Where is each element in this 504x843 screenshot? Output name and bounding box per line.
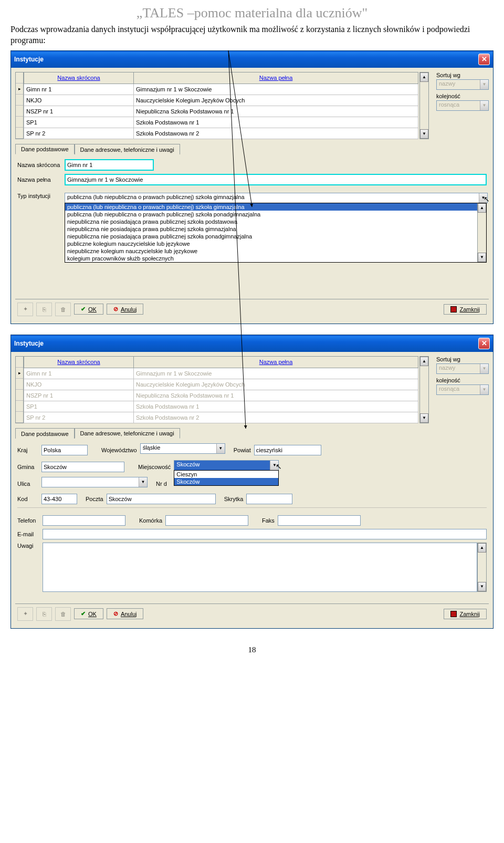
telefon-input[interactable]	[43, 515, 125, 526]
tab-address[interactable]: Dane adresowe, telefoniczne i uwagi	[75, 144, 180, 154]
new-icon: ✦	[17, 303, 33, 316]
uwagi-textarea[interactable]	[43, 543, 477, 592]
col-short[interactable]: Nazwa skrócona	[24, 356, 134, 368]
close-button[interactable]: Zamknij	[444, 609, 487, 619]
scroll-down-icon[interactable]: ▼	[478, 253, 486, 262]
table-row[interactable]: NKJONauczycielskie Kolegium Języków Obcy…	[24, 95, 418, 106]
list-item[interactable]: niepubliczna nie posiadająca prawa publi…	[65, 225, 478, 233]
cancel-icon: ⊘	[113, 306, 118, 313]
kraj-input[interactable]	[41, 445, 88, 455]
miej-combo[interactable]: Skoczów▼	[174, 460, 279, 471]
chevron-down-icon[interactable]: ▼	[479, 193, 487, 203]
table-row[interactable]: SP1Szkoła Podstawowa nr 1	[24, 401, 418, 412]
col-short[interactable]: Nazwa skrócona	[24, 72, 134, 84]
window-instytucje-1: Instytucje ✕ ▸ Nazwa skrócona Nazwa pełn…	[10, 50, 494, 324]
tab-basic[interactable]: Dane podstawowe	[15, 144, 75, 154]
list-item[interactable]: niepubliczna nie posiadająca prawa publi…	[65, 218, 478, 225]
list-item[interactable]: Skoczów	[174, 478, 278, 485]
copy-icon: ⎘	[36, 303, 52, 316]
scroll-down-icon[interactable]: ▼	[478, 582, 486, 591]
chevron-down-icon[interactable]: ▼	[480, 364, 488, 373]
label-nrd: Nr d	[156, 481, 167, 487]
scroll-down-icon[interactable]: ▼	[420, 413, 428, 423]
gmina-input[interactable]	[41, 462, 124, 472]
chevron-down-icon[interactable]: ▼	[480, 385, 488, 394]
close-icon[interactable]: ✕	[478, 54, 490, 65]
full-name-input[interactable]	[65, 174, 487, 185]
tab-basic[interactable]: Dane podstawowe	[15, 428, 75, 439]
table-row[interactable]: SP1Szkoła Podstawowa nr 1	[24, 117, 418, 128]
label-kod: Kod	[17, 496, 38, 502]
type-dropdown-list[interactable]: publiczna (lub niepubliczna o prawach pu…	[65, 203, 487, 263]
scroll-up-icon[interactable]: ▲	[478, 203, 486, 213]
table-row[interactable]: Gimn nr 1Gimnazjum nr 1 w Skoczowie	[24, 84, 418, 95]
order-label: kolejność	[436, 377, 489, 383]
sort-by-combo[interactable]: nazwy▼	[436, 79, 489, 90]
short-name-input[interactable]	[65, 159, 154, 171]
pow-input[interactable]	[254, 445, 321, 455]
label-faks: Faks	[262, 517, 275, 524]
chevron-down-icon[interactable]: ▼	[216, 444, 225, 453]
poczta-input[interactable]	[107, 494, 216, 504]
institutions-table[interactable]: Nazwa skrócona Nazwa pełna Gimn nr 1Gimn…	[24, 356, 418, 423]
miej-dropdown-list[interactable]: Cieszyn Skoczów	[174, 470, 279, 486]
order-label: kolejność	[436, 93, 489, 99]
list-item[interactable]: publiczna (lub niepubliczna o prawach pu…	[65, 203, 478, 211]
table-row[interactable]: NSZP nr 1Niepubliczna Szkoła Podstawowa …	[24, 390, 418, 401]
tab-address[interactable]: Dane adresowe, telefoniczne i uwagi	[75, 428, 180, 439]
faks-input[interactable]	[278, 515, 361, 526]
table-row[interactable]: SP nr 2Szkoła Podstawowa nr 2	[24, 412, 418, 423]
titlebar[interactable]: Instytucje ✕	[11, 51, 493, 68]
sort-by-label: Sortuj wg	[436, 72, 489, 78]
cancel-button[interactable]: ⊘Anuluj	[107, 608, 144, 619]
list-item[interactable]: niepubliczne kolegium nauczycielskie lub…	[65, 247, 478, 255]
skrytka-input[interactable]	[246, 494, 292, 504]
chevron-down-icon[interactable]: ▼	[139, 477, 147, 487]
ok-button[interactable]: ✔OK	[74, 304, 103, 315]
sort-by-combo[interactable]: nazwy▼	[436, 363, 489, 374]
label-gmina: Gmina	[17, 464, 38, 470]
email-input[interactable]	[43, 529, 487, 539]
titlebar[interactable]: Instytucje ✕	[11, 335, 493, 352]
table-row[interactable]: SP nr 2Szkoła Podstawowa nr 2	[24, 128, 418, 139]
list-item[interactable]: niepubliczna nie posiadająca prawa publi…	[65, 233, 478, 240]
scroll-up-icon[interactable]: ▲	[478, 543, 486, 553]
label-poczta: Poczta	[86, 496, 103, 502]
table-row[interactable]: NKJONauczycielskie Kolegium Języków Obcy…	[24, 379, 418, 390]
list-item[interactable]: Cieszyn	[174, 471, 278, 478]
scroll-up-icon[interactable]: ▲	[420, 357, 428, 366]
label-woj: Województwo	[101, 447, 137, 453]
chevron-down-icon[interactable]: ▼	[480, 101, 488, 110]
order-combo[interactable]: rosnąca▼	[436, 100, 489, 111]
window-title: Instytucje	[14, 340, 44, 347]
woj-combo[interactable]: śląskie▼	[140, 443, 225, 454]
scrollbar[interactable]: ▲ ▼	[477, 543, 487, 592]
row-marker-current: ▸	[16, 368, 23, 379]
komorka-input[interactable]	[165, 515, 248, 526]
scrollbar[interactable]: ▲ ▼	[419, 356, 429, 423]
scroll-up-icon[interactable]: ▲	[420, 72, 428, 82]
col-full[interactable]: Nazwa pełna	[134, 356, 418, 368]
col-full[interactable]: Nazwa pełna	[134, 72, 418, 84]
order-combo[interactable]: rosnąca▼	[436, 384, 489, 395]
row-marker-current: ▸	[16, 84, 23, 95]
list-item[interactable]: kolegium pracowników służb społecznych	[65, 255, 478, 262]
institutions-table[interactable]: Nazwa skrócona Nazwa pełna Gimn nr 1Gimn…	[24, 72, 418, 139]
list-item[interactable]: publiczna (lub niepubliczna o prawach pu…	[65, 211, 478, 218]
label-pow: Powiat	[234, 447, 251, 453]
kod-input[interactable]	[41, 494, 77, 504]
ulica-combo[interactable]: ▼	[41, 477, 148, 487]
close-button[interactable]: Zamknij	[444, 304, 487, 315]
ok-button[interactable]: ✔OK	[74, 608, 103, 619]
list-item[interactable]: publiczne kolegium nauczycielskie lub ję…	[65, 240, 478, 247]
cancel-button[interactable]: ⊘Anuluj	[107, 304, 144, 315]
table-row[interactable]: NSZP nr 1Niepubliczna Szkoła Podstawowa …	[24, 106, 418, 117]
chevron-down-icon[interactable]: ▼	[270, 461, 278, 470]
close-icon[interactable]: ✕	[478, 338, 490, 349]
new-icon: ✦	[17, 607, 33, 621]
scrollbar[interactable]: ▲ ▼	[419, 72, 429, 139]
scroll-down-icon[interactable]: ▼	[420, 129, 428, 139]
type-dropdown[interactable]: publiczna (lub niepubliczna o prawach pu…	[65, 193, 488, 203]
chevron-down-icon[interactable]: ▼	[480, 80, 488, 89]
table-row[interactable]: Gimn nr 1Gimnazjum nr 1 w Skoczowie	[24, 368, 418, 379]
